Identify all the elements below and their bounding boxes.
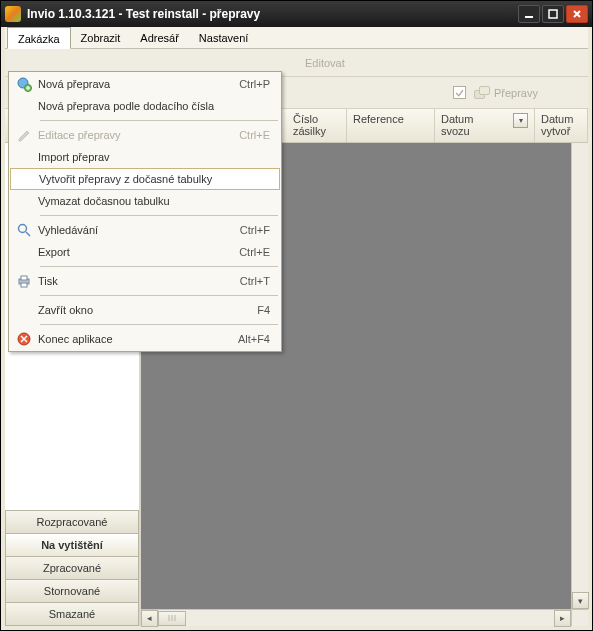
menu-separator — [40, 266, 278, 267]
client-area: Zakázka Zobrazit Adresář Nastavení Edito… — [5, 27, 588, 626]
hscroll-left[interactable]: ◂ — [141, 610, 158, 627]
sidebar-btn-rozpracovane[interactable]: Rozpracované — [5, 510, 139, 534]
menu-zobrazit[interactable]: Zobrazit — [71, 27, 131, 48]
menu-separator — [40, 324, 278, 325]
edit-icon — [10, 127, 38, 143]
content: Editovat Přepravy Číslozásilky Reference… — [5, 49, 588, 626]
filter-checkbox[interactable] — [453, 86, 466, 99]
shipments-icon — [474, 86, 490, 100]
menu-item-nova-preprava-dodaci[interactable]: Nová přeprava podle dodacího čísla — [10, 95, 280, 117]
menu-separator — [40, 215, 278, 216]
filter-label: Přepravy — [494, 87, 538, 99]
col-datum-svozu[interactable]: Datumsvozu ▾ — [435, 109, 535, 142]
sidebar-btn-smazane[interactable]: Smazané — [5, 602, 139, 626]
sidebar-buttons: Rozpracované Na vytištění Zpracované Sto… — [5, 510, 139, 626]
globe-plus-icon — [10, 76, 38, 92]
menu-item-zavrit-okno[interactable]: Zavřít okno F4 — [10, 299, 280, 321]
search-icon — [10, 222, 38, 238]
sidebar-btn-stornovane[interactable]: Stornované — [5, 579, 139, 603]
menu-nastaveni[interactable]: Nastavení — [189, 27, 259, 48]
close-red-icon — [10, 331, 38, 347]
menu-item-vymazat-docasnou[interactable]: Vymazat dočasnou tabulku — [10, 190, 280, 212]
hscroll-right[interactable]: ▸ — [554, 610, 571, 627]
menu-item-import-preprav[interactable]: Import přeprav — [10, 146, 280, 168]
menu-item-nova-preprava[interactable]: Nová přeprava Ctrl+P — [10, 73, 280, 95]
menu-item-vytvorit-prepravy[interactable]: Vytvořit přepravy z dočasné tabulky — [10, 168, 280, 190]
col-datum-vytvoreni[interactable]: Datumvytvoř — [535, 109, 588, 142]
col-cislo-zasilky[interactable]: Číslozásilky — [287, 109, 347, 142]
window-title: Invio 1.10.3.121 - Test reinstall - přep… — [27, 7, 518, 21]
chevron-down-icon[interactable]: ▾ — [513, 113, 528, 128]
col-label: Reference — [353, 113, 404, 125]
edit-button-label[interactable]: Editovat — [305, 57, 345, 69]
menu-item-editace-prepravy: Editace přepravy Ctrl+E — [10, 124, 280, 146]
menu-item-konec-aplikace[interactable]: Konec aplikace Alt+F4 — [10, 328, 280, 350]
col-label: Číslozásilky — [293, 113, 326, 137]
vertical-scrollbar[interactable]: ▾ — [571, 143, 588, 609]
col-reference[interactable]: Reference — [347, 109, 435, 142]
window-buttons — [518, 5, 588, 23]
menu-zakazka-panel: Nová přeprava Ctrl+P Nová přeprava podle… — [8, 71, 282, 352]
sidebar-btn-zpracovane[interactable]: Zpracované — [5, 556, 139, 580]
close-button[interactable] — [566, 5, 588, 23]
print-icon — [10, 273, 38, 289]
col-label: Datumvytvoř — [541, 113, 573, 137]
app-icon — [5, 6, 21, 22]
menu-item-tisk[interactable]: Tisk Ctrl+T — [10, 270, 280, 292]
minimize-button[interactable] — [518, 5, 540, 23]
app-window: Invio 1.10.3.121 - Test reinstall - přep… — [0, 0, 593, 631]
menu-zakazka[interactable]: Zakázka — [7, 27, 71, 49]
hscroll-thumb[interactable] — [158, 611, 186, 626]
menu-item-export[interactable]: Export Ctrl+E — [10, 241, 280, 263]
scroll-corner — [571, 609, 588, 626]
svg-rect-7 — [21, 283, 27, 287]
menu-item-vyhledavani[interactable]: Vyhledávání Ctrl+F — [10, 219, 280, 241]
menu-separator — [40, 295, 278, 296]
svg-point-4 — [19, 225, 27, 233]
svg-rect-0 — [525, 16, 533, 18]
menubar: Zakázka Zobrazit Adresář Nastavení — [5, 27, 588, 49]
maximize-button[interactable] — [542, 5, 564, 23]
col-label: Datumsvozu — [441, 113, 473, 137]
horizontal-scrollbar[interactable]: ◂ ▸ — [141, 609, 571, 626]
svg-rect-1 — [549, 10, 557, 18]
vscroll-down[interactable]: ▾ — [572, 592, 589, 609]
titlebar: Invio 1.10.3.121 - Test reinstall - přep… — [1, 1, 592, 27]
sidebar-btn-na-vytisteni[interactable]: Na vytištění — [5, 533, 139, 557]
svg-rect-6 — [21, 276, 27, 280]
menu-adresar[interactable]: Adresář — [130, 27, 189, 48]
menu-separator — [40, 120, 278, 121]
